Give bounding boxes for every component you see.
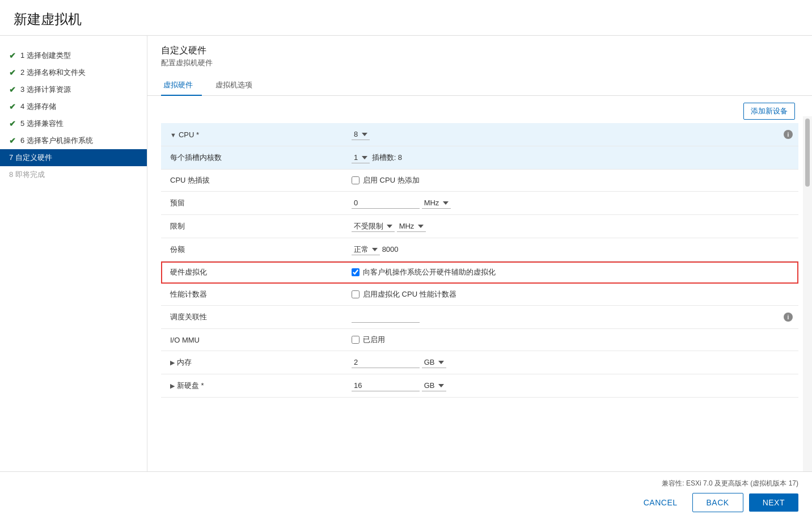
info-icon-cpu[interactable]: i xyxy=(784,130,793,139)
input-new-hdd[interactable] xyxy=(352,380,420,391)
hardware-table: ▼CPU *8i每个插槽内核数1 插槽数: 8CPU 热插拔启用 CPU 热添加… xyxy=(161,123,798,398)
step-number: 7 自定义硬件 xyxy=(9,153,52,163)
sidebar-item-step3[interactable]: ✔3 选择计算资源 xyxy=(0,81,147,98)
hw-row-sched-affinity: 调度关联性i xyxy=(161,306,798,329)
sidebar-label: 5 选择兼容性 xyxy=(20,119,64,129)
right-panel: 自定义硬件 配置虚拟机硬件 虚拟硬件虚拟机选项 添加新设备 ▼CPU *8i每个… xyxy=(147,36,812,471)
scrollbar-thumb xyxy=(805,119,810,187)
sidebar-label: 6 选择客户机操作系统 xyxy=(20,136,93,146)
hw-row-perf-counter: 性能计数器启用虚拟化 CPU 性能计数器 xyxy=(161,284,798,306)
select-share[interactable]: 正常 xyxy=(352,244,380,255)
main-content: ✔1 选择创建类型✔2 选择名称和文件夹✔3 选择计算资源✔4 选择存储✔5 选… xyxy=(0,36,812,471)
expand-icon-memory[interactable]: ▶ xyxy=(170,359,175,366)
checkbox-label-hw-virt[interactable]: 向客户机操作系统公开硬件辅助的虚拟化 xyxy=(352,267,769,277)
sidebar-item-step5[interactable]: ✔5 选择兼容性 xyxy=(0,115,147,132)
input-memory[interactable] xyxy=(352,357,420,368)
panel-header: 自定义硬件 配置虚拟机硬件 xyxy=(147,36,812,75)
check-icon: ✔ xyxy=(9,51,16,60)
hw-row-reservation: 预留 MHz xyxy=(161,192,798,215)
page-footer: 兼容性: ESXi 7.0 及更高版本 (虚拟机版本 17) CANCEL BA… xyxy=(0,471,812,519)
page-container: 新建虚拟机 ✔1 选择创建类型✔2 选择名称和文件夹✔3 选择计算资源✔4 选择… xyxy=(0,0,812,519)
sidebar-label: 4 选择存储 xyxy=(20,102,56,112)
hw-label-sched-affinity: 调度关联性 xyxy=(170,313,207,321)
hw-row-share: 份额正常 8000 xyxy=(161,238,798,261)
check-icon: ✔ xyxy=(9,102,16,111)
sidebar-label: 1 选择创建类型 xyxy=(20,50,71,61)
checkbox-label-perf-counter[interactable]: 启用虚拟化 CPU 性能计数器 xyxy=(352,289,769,299)
input-sched-affinity[interactable] xyxy=(352,311,420,323)
hw-row-hw-virt: 硬件虚拟化向客户机操作系统公开硬件辅助的虚拟化 xyxy=(161,261,798,284)
tab-vm-options[interactable]: 虚拟机选项 xyxy=(213,75,261,96)
sidebar-label: 3 选择计算资源 xyxy=(20,85,71,95)
back-button[interactable]: BACK xyxy=(692,493,743,512)
input-reservation[interactable] xyxy=(352,197,420,209)
hw-label-share: 份额 xyxy=(170,245,185,254)
info-icon-sched-affinity[interactable]: i xyxy=(784,313,793,322)
hw-label-new-hdd: 新硬盘 * xyxy=(177,381,204,390)
sidebar-label: 2 选择名称和文件夹 xyxy=(20,67,86,78)
check-icon: ✔ xyxy=(9,119,16,128)
extra-text-cpu-cores: 插槽数: 8 xyxy=(372,153,402,162)
sidebar-item-step7[interactable]: 7 自定义硬件 xyxy=(0,149,147,166)
tab-virtual-hw[interactable]: 虚拟硬件 xyxy=(161,75,202,96)
hw-row-memory: ▶内存 GB xyxy=(161,351,798,374)
unit-select-new-hdd[interactable]: GB xyxy=(422,380,446,391)
checkbox-label-iommu[interactable]: 已启用 xyxy=(352,335,769,345)
footer-buttons: CANCEL BACK NEXT xyxy=(635,493,798,512)
checkbox-cpu-hotplug[interactable] xyxy=(352,176,360,184)
sidebar-item-step8: 8 即将完成 xyxy=(0,166,147,183)
hw-row-new-hdd: ▶新硬盘 * GB xyxy=(161,374,798,398)
next-button[interactable]: NEXT xyxy=(749,493,798,512)
page-title: 新建虚拟机 xyxy=(14,10,798,28)
page-header: 新建虚拟机 xyxy=(0,0,812,36)
checkbox-hw-virt[interactable] xyxy=(352,268,360,276)
select-limit[interactable]: 不受限制 xyxy=(352,221,395,232)
checkbox-iommu[interactable] xyxy=(352,336,360,344)
hw-label-cpu-hotplug: CPU 热插拔 xyxy=(170,176,210,184)
checkbox-label-cpu-hotplug[interactable]: 启用 CPU 热添加 xyxy=(352,175,769,185)
unit-select-memory[interactable]: GB xyxy=(422,357,446,368)
hw-label-limit: 限制 xyxy=(170,222,185,230)
select-cpu-cores[interactable]: 1 xyxy=(352,152,370,163)
check-icon: ✔ xyxy=(9,85,16,94)
sidebar: ✔1 选择创建类型✔2 选择名称和文件夹✔3 选择计算资源✔4 选择存储✔5 选… xyxy=(0,36,147,471)
hw-label-cpu: CPU * xyxy=(179,130,199,139)
hw-label-reservation: 预留 xyxy=(170,199,185,207)
hw-row-limit: 限制不受限制 MHz xyxy=(161,215,798,238)
sidebar-item-step2[interactable]: ✔2 选择名称和文件夹 xyxy=(0,64,147,81)
check-icon: ✔ xyxy=(9,68,16,77)
panel-body: 添加新设备 ▼CPU *8i每个插槽内核数1 插槽数: 8CPU 热插拔启用 C… xyxy=(147,96,812,471)
compat-text: 兼容性: ESXi 7.0 及更高版本 (虚拟机版本 17) xyxy=(662,479,798,488)
hw-label-memory: 内存 xyxy=(177,358,192,366)
cancel-button[interactable]: CANCEL xyxy=(635,493,687,512)
step-number: 8 即将完成 xyxy=(9,170,45,180)
hw-row-cpu-hotplug: CPU 热插拔启用 CPU 热添加 xyxy=(161,170,798,192)
hw-label-perf-counter: 性能计数器 xyxy=(170,290,207,298)
hw-row-cpu-cores: 每个插槽内核数1 插槽数: 8 xyxy=(161,146,798,170)
expand-icon-cpu[interactable]: ▼ xyxy=(170,132,176,138)
sidebar-item-step6[interactable]: ✔6 选择客户机操作系统 xyxy=(0,132,147,149)
sidebar-item-step4[interactable]: ✔4 选择存储 xyxy=(0,98,147,115)
tabs-bar: 虚拟硬件虚拟机选项 xyxy=(147,75,812,96)
checkbox-perf-counter[interactable] xyxy=(352,290,360,298)
unit-select-limit[interactable]: MHz xyxy=(397,221,426,232)
panel-header-title: 自定义硬件 xyxy=(161,45,798,57)
number-share: 8000 xyxy=(382,245,399,254)
unit-select-reservation[interactable]: MHz xyxy=(422,197,451,209)
hw-label-hw-virt: 硬件虚拟化 xyxy=(170,268,207,276)
panel-header-subtitle: 配置虚拟机硬件 xyxy=(161,58,798,68)
hw-row-iommu: I/O MMU已启用 xyxy=(161,329,798,351)
hw-label-iommu: I/O MMU xyxy=(170,336,200,344)
check-icon: ✔ xyxy=(9,136,16,145)
hw-label-cpu-cores: 每个插槽内核数 xyxy=(170,153,222,162)
expand-icon-new-hdd[interactable]: ▶ xyxy=(170,382,175,389)
sidebar-item-step1[interactable]: ✔1 选择创建类型 xyxy=(0,47,147,64)
scrollbar[interactable] xyxy=(803,116,812,471)
add-device-button[interactable]: 添加新设备 xyxy=(743,103,795,120)
hw-row-cpu: ▼CPU *8i xyxy=(161,123,798,146)
select-cpu[interactable]: 8 xyxy=(352,129,370,140)
